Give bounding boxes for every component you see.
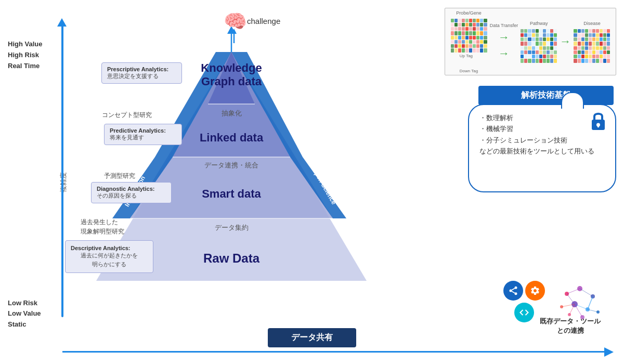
- share-icon-circle: [503, 281, 523, 301]
- svg-text:データ連携・統合: データ連携・統合: [204, 161, 258, 169]
- svg-line-17: [567, 289, 580, 294]
- bottom-arrow-head: [604, 347, 614, 357]
- svg-point-3: [515, 287, 517, 289]
- gear-icon-circle: [525, 281, 545, 301]
- svg-text:Linked data: Linked data: [200, 131, 264, 144]
- bottom-arrow-line: [62, 351, 606, 353]
- svg-text:Raw Data: Raw Data: [203, 251, 260, 265]
- svg-text:Smart data: Smart data: [202, 187, 261, 200]
- data-share-box: データ共有: [268, 328, 356, 347]
- svg-point-4: [510, 290, 512, 292]
- arrow-icon-2: →: [498, 47, 510, 60]
- prescriptive-box: Prescriptive Analytics: 意思決定を支援する: [101, 62, 182, 84]
- historical-research-label: 過去発生した 現象解明型研究: [81, 217, 124, 236]
- svg-marker-52: [231, 29, 237, 34]
- network-visual: [551, 281, 608, 322]
- diagnostic-box: Diagnostic Analytics: その原因を探る: [91, 182, 172, 203]
- svg-line-18: [580, 289, 593, 296]
- kaiseki-box: 解析技術基盤: [478, 86, 614, 105]
- heatmap-area: Probe/Gene Up Tag Down Tag Data Transfer…: [445, 8, 616, 75]
- left-arrow-line: [61, 23, 63, 317]
- svg-text:Knowledge: Knowledge: [201, 61, 262, 74]
- svg-line-19: [567, 294, 575, 304]
- heatmap-grid-2: [521, 29, 557, 63]
- cloud-text: ・数理解析 ・機械学習 ・分子シミュレーション技術 などの最新技術をツールとして…: [479, 113, 607, 157]
- main-container: Probe/Gene Up Tag Down Tag Data Transfer…: [0, 0, 624, 364]
- data-transfer-label: Data Transfer: [490, 23, 518, 28]
- challenge-label: challenge: [247, 17, 280, 25]
- predictive-research-label: 予測型研究: [104, 172, 135, 180]
- arrow-section-2: →: [560, 35, 571, 48]
- left-arrow-head: [57, 18, 67, 27]
- heatmap-block-3: Disease: [574, 21, 610, 63]
- arrow-section: Data Transfer → →: [490, 23, 518, 60]
- brain-arrow: [231, 29, 237, 46]
- left-bottom-labels: Low Risk Low Value Static: [8, 298, 41, 330]
- svg-text:データ集約: データ集約: [215, 224, 249, 231]
- svg-line-23: [575, 304, 582, 317]
- descriptive-box: Descriptive Analytics: 過去に何が起きたかを 明らかにする: [65, 240, 153, 273]
- lock-icon: [589, 110, 607, 134]
- arrow-icon: →: [498, 31, 510, 44]
- svg-line-24: [588, 296, 593, 309]
- heatmap-grid-3: [574, 29, 610, 63]
- bottom-right-text: 既存データ・ツール との連携: [540, 317, 601, 335]
- heatmap-label-1: Probe/Gene: [456, 10, 482, 16]
- cloud-bubble: ・数理解析 ・機械学習 ・分子シミュレーション技術 などの最新技術をツールとして…: [468, 104, 616, 192]
- svg-line-20: [575, 304, 588, 309]
- code-icon-circle: [514, 303, 534, 322]
- heatmap-block-1: Probe/Gene Up Tag Down Tag: [451, 10, 487, 73]
- bottom-right-section: [503, 281, 608, 322]
- heatmap-sub-labels: Up Tag Down Tag: [460, 54, 478, 73]
- heatmap-block-2: Pathway: [521, 21, 557, 63]
- conceptual-research-label: コンセプト型研究: [102, 111, 152, 120]
- predictive-box: Predictive Analytics: 将来を見通す: [104, 124, 182, 145]
- icon-cluster: [503, 281, 545, 322]
- svg-line-7: [512, 288, 515, 290]
- svg-text:抽象化: 抽象化: [222, 109, 242, 117]
- svg-point-5: [515, 292, 517, 295]
- svg-rect-2: [597, 125, 599, 127]
- pathway-label: Pathway: [530, 21, 548, 26]
- svg-text:In house: In house: [292, 108, 311, 134]
- disease-label: Disease: [583, 21, 601, 26]
- heatmap-grid-1: [451, 19, 487, 53]
- svg-line-6: [512, 291, 515, 293]
- left-top-labels: High Value High Risk Real Time: [8, 39, 42, 71]
- arrow-icon-3: →: [560, 35, 571, 48]
- svg-text:Graph data: Graph data: [201, 75, 262, 88]
